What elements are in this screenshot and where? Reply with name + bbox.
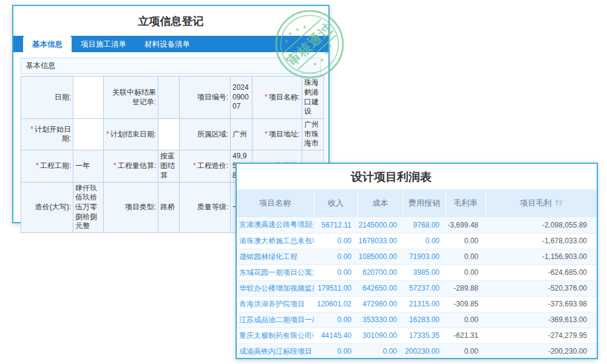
gross-profit-cell: -373,693.98 bbox=[486, 296, 597, 312]
income-cell: 120601.02 bbox=[314, 296, 358, 312]
field-label: 项目编号: bbox=[180, 76, 231, 119]
form-tab-1[interactable]: 项目施工清单 bbox=[72, 36, 135, 52]
gross-profit-cell: -2,098,055.89 bbox=[486, 217, 597, 233]
table-row: 华软办公楼增加视频监控项179511.00642650.0057237.00-2… bbox=[237, 280, 597, 296]
field-label: *工程造价: bbox=[180, 150, 231, 182]
field-value[interactable] bbox=[158, 119, 180, 150]
cost-cell: 1085000.00 bbox=[358, 249, 403, 265]
cost-cell: 472980.00 bbox=[358, 296, 403, 312]
margin-cell: 0.00 bbox=[446, 343, 486, 359]
gross-profit-cell: -274,279.95 bbox=[486, 328, 597, 343]
margin-cell: 0.00 bbox=[446, 312, 486, 328]
desktop: 立项信息登记 基本信息项目施工清单材料设备清单 基本信息 日期:关联中标结果登记… bbox=[0, 0, 607, 364]
field-label: *项目地址: bbox=[253, 119, 302, 150]
table-row: 成渝高铁内江标段项目0.000.00200230.000.00-200,230.… bbox=[237, 343, 597, 359]
field-label: *计划开始日期: bbox=[21, 119, 73, 150]
project-name-link[interactable]: 京港澳高速公路粤境韶关至 bbox=[237, 217, 314, 233]
field-value[interactable]: 2024090007 bbox=[231, 76, 253, 119]
profit-window: 设计项目利润表 项目名称收入成本费用报销毛利率项目毛利 京港澳高速公路粤境韶关至… bbox=[236, 163, 598, 359]
required-asterisk: * bbox=[265, 130, 268, 138]
table-row: 京港澳高速公路粤境韶关至56712.112145000.009768.00-3,… bbox=[237, 217, 597, 233]
project-name-link[interactable]: 华软办公楼增加视频监控项 bbox=[237, 280, 314, 296]
gross-profit-cell: -369,613.00 bbox=[486, 312, 597, 328]
sort-icon[interactable] bbox=[555, 199, 563, 208]
field-label: 造价(大写): bbox=[21, 182, 73, 232]
form-tabbar: 基本信息项目施工清单材料设备清单 bbox=[13, 36, 328, 52]
table-row: 江苏成品油二期项目一标段0.00353330.0016283.000.00-36… bbox=[237, 312, 597, 328]
expense-cell: 3985.00 bbox=[403, 265, 446, 280]
required-asterisk: * bbox=[106, 130, 109, 138]
required-asterisk: * bbox=[114, 161, 117, 170]
field-value[interactable] bbox=[158, 76, 180, 119]
field-value[interactable] bbox=[73, 76, 104, 119]
project-name-link[interactable]: 江苏成品油二期项目一标段 bbox=[237, 312, 314, 328]
cost-cell: 1678033.00 bbox=[358, 233, 403, 249]
gross-profit-cell: -520,376.00 bbox=[486, 280, 597, 296]
project-name-link[interactable]: 重庆太极制药有限公司亳州 bbox=[237, 328, 314, 343]
project-name-link[interactable]: 东城花园一期项目公寓大堂 bbox=[237, 265, 314, 280]
profit-table: 项目名称收入成本费用报销毛利率项目毛利 京港澳高速公路粤境韶关至56712.11… bbox=[237, 189, 597, 359]
column-header-4[interactable]: 毛利率 bbox=[446, 189, 486, 217]
expense-cell: 0.00 bbox=[403, 233, 446, 249]
expense-cell: 71903.00 bbox=[403, 249, 446, 265]
cost-cell: 642650.00 bbox=[358, 280, 403, 296]
project-name-link[interactable]: 晟铭园林绿化工程 bbox=[237, 249, 314, 265]
required-asterisk: * bbox=[265, 93, 268, 101]
income-cell: 56712.11 bbox=[314, 217, 358, 233]
expense-cell: 57237.00 bbox=[403, 280, 446, 296]
column-header-0[interactable]: 项目名称 bbox=[237, 189, 314, 217]
required-asterisk: * bbox=[193, 161, 196, 170]
cost-cell: 620700.00 bbox=[358, 265, 403, 280]
project-name-link[interactable]: 青海洪湖养护院项目 bbox=[237, 296, 314, 312]
margin-cell: 0.00 bbox=[446, 249, 486, 265]
income-cell: 0.00 bbox=[314, 312, 358, 328]
field-value[interactable]: 路桥 bbox=[158, 182, 180, 232]
field-label: *工程工期: bbox=[21, 150, 73, 182]
margin-cell: 0.00 bbox=[446, 233, 486, 249]
income-cell: 0.00 bbox=[314, 233, 358, 249]
column-header-2[interactable]: 成本 bbox=[358, 189, 403, 217]
field-value[interactable]: 一年 bbox=[73, 150, 104, 182]
column-header-1[interactable]: 收入 bbox=[314, 189, 358, 217]
section-header: 基本信息 bbox=[21, 58, 321, 74]
table-row: 港珠澳大桥施工总承包项目0.001678033.000.000.00-1,678… bbox=[237, 233, 597, 249]
profit-title: 设计项目利润表 bbox=[236, 169, 571, 185]
form-row: 日期:关联中标结果登记单:项目编号:2024090007*项目名称:珠海鹤港口建… bbox=[21, 76, 324, 119]
table-row: 青海洪湖养护院项目120601.02472980.0021315.00-309.… bbox=[237, 296, 597, 312]
field-value[interactable] bbox=[73, 119, 104, 150]
gross-profit-cell: -1,678,033.00 bbox=[486, 233, 597, 249]
form-tab-2[interactable]: 材料设备清单 bbox=[135, 36, 199, 52]
field-label: 关联中标结果登记单: bbox=[104, 76, 158, 119]
column-header-3[interactable]: 费用报销 bbox=[403, 189, 446, 217]
expense-cell: 21315.00 bbox=[403, 296, 446, 312]
field-value[interactable]: 肆仟玖佰玖拾伍万零捌拾捌元整 bbox=[73, 182, 104, 232]
field-label: 所属区域: bbox=[180, 119, 231, 150]
margin-cell: 0.00 bbox=[446, 265, 486, 280]
margin-cell: -289.88 bbox=[446, 280, 486, 296]
form-title: 立项信息登记 bbox=[13, 14, 328, 29]
expense-cell: 200230.00 bbox=[403, 343, 446, 359]
project-name-link[interactable]: 港珠澳大桥施工总承包项目 bbox=[237, 233, 314, 249]
gross-profit-cell: -624,685.00 bbox=[486, 265, 597, 280]
income-cell: 179511.00 bbox=[314, 280, 358, 296]
field-label: 项目类型: bbox=[104, 182, 158, 232]
expense-cell: 9768.00 bbox=[403, 217, 446, 233]
cost-cell: 353330.00 bbox=[358, 312, 403, 328]
cost-cell: 301090.00 bbox=[358, 328, 403, 343]
required-asterisk: * bbox=[36, 161, 39, 170]
income-cell: 44145.40 bbox=[314, 328, 358, 343]
table-row: 重庆太极制药有限公司亳州44145.40301090.0017335.35-62… bbox=[237, 328, 597, 343]
field-value[interactable]: 珠海鹤港口建设 bbox=[302, 76, 324, 119]
field-value[interactable]: 广州市珠海市 bbox=[302, 119, 324, 150]
expense-cell: 17335.35 bbox=[403, 328, 446, 343]
margin-cell: -621.31 bbox=[446, 328, 486, 343]
income-cell: 0.00 bbox=[314, 265, 358, 280]
field-value[interactable]: 按蓝图结算 bbox=[158, 150, 180, 182]
table-row: 东城花园一期项目公寓大堂0.00620700.003985.000.00-624… bbox=[237, 265, 597, 280]
project-name-link[interactable]: 成渝高铁内江标段项目 bbox=[237, 343, 314, 359]
field-label: *工程量估算: bbox=[104, 150, 158, 182]
form-tab-0[interactable]: 基本信息 bbox=[23, 36, 72, 52]
column-header-5[interactable]: 项目毛利 bbox=[486, 189, 597, 217]
expense-cell: 16283.00 bbox=[403, 312, 446, 328]
field-value[interactable]: 广州 bbox=[231, 119, 253, 150]
